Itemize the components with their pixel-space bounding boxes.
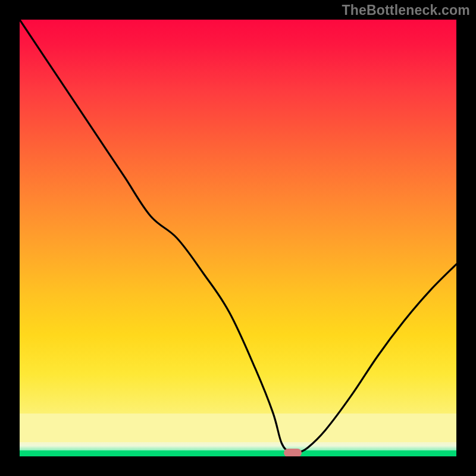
- balance-marker: [284, 449, 302, 456]
- watermark-text: TheBottleneck.com: [342, 2, 470, 18]
- chart-frame: TheBottleneck.com: [0, 0, 476, 476]
- plot-area: [20, 20, 456, 456]
- bottleneck-curve: [20, 20, 456, 456]
